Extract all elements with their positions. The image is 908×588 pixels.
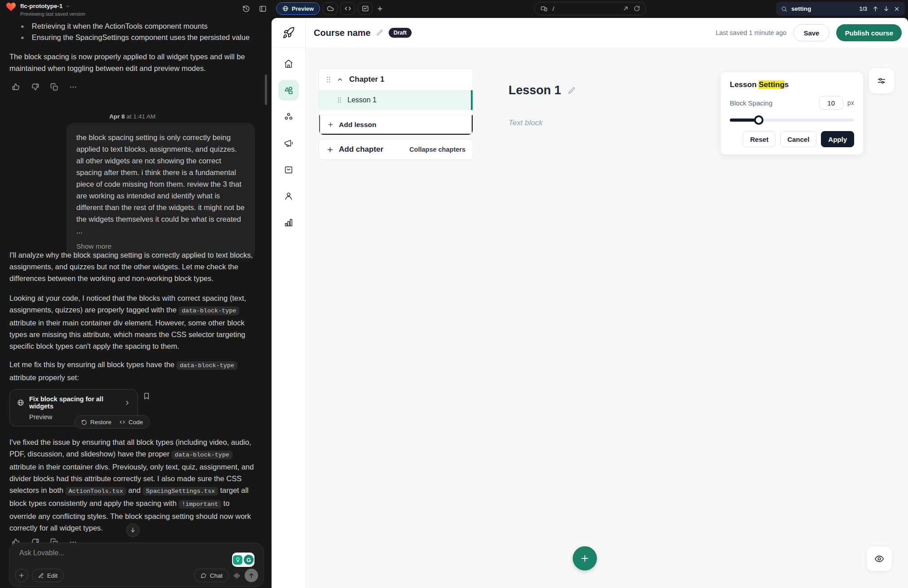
apply-button[interactable]: Apply: [821, 131, 854, 147]
voice-input-icon[interactable]: [233, 572, 241, 579]
sidebar-item-marketing[interactable]: [278, 133, 299, 154]
chapter-row[interactable]: Chapter 1: [319, 69, 473, 90]
code-chip: SpacingSettings.tsx: [143, 487, 218, 496]
cancel-button[interactable]: Cancel: [780, 131, 816, 147]
course-title: Course name: [314, 28, 371, 38]
edit-card-title: Fix block spacing for all widgets: [29, 395, 119, 410]
analytics-button[interactable]: [358, 2, 373, 15]
add-tab-icon[interactable]: [375, 2, 384, 15]
refresh-icon[interactable]: [634, 5, 640, 12]
url-bar[interactable]: /: [534, 2, 646, 15]
history-icon[interactable]: [242, 5, 250, 13]
chat-input-box[interactable]: Edit Chat G: [9, 543, 264, 587]
block-spacing-input[interactable]: [819, 96, 843, 110]
bullet-item: Ensuring the SpacingSettings component u…: [32, 32, 250, 43]
ask-lovable-input[interactable]: [19, 549, 190, 557]
preview-label: Preview: [292, 5, 314, 12]
reset-button[interactable]: Reset: [743, 131, 776, 147]
app-header: Course name Draft Last saved 1 minute ag…: [306, 18, 908, 48]
bookmark-icon[interactable]: [143, 392, 150, 400]
sidebar-item-profile[interactable]: [278, 186, 299, 206]
collapse-chapter-icon[interactable]: [337, 76, 343, 83]
code-view-button[interactable]: [340, 2, 355, 15]
lesson-list-item-selected[interactable]: Lesson 1: [319, 90, 473, 110]
cloud-button[interactable]: [323, 2, 338, 15]
restore-label: Restore: [90, 419, 111, 426]
next-match-icon[interactable]: [883, 5, 890, 12]
sidebar-item-community[interactable]: [278, 106, 299, 127]
previous-match-icon[interactable]: [872, 5, 879, 12]
attach-button[interactable]: [15, 569, 28, 582]
send-button[interactable]: [245, 569, 258, 582]
sidebar-item-analytics[interactable]: [278, 212, 299, 233]
chevron-right-icon: [124, 400, 130, 406]
edit-title-icon[interactable]: [376, 29, 383, 36]
drag-handle-icon[interactable]: [337, 97, 342, 103]
edit-mode-button[interactable]: Edit: [32, 569, 64, 582]
code-chip: !important: [179, 500, 221, 509]
search-highlight: Setting: [759, 80, 785, 89]
assistant-bullet-list: ●Retrieving it when the ActionTools comp…: [11, 21, 255, 43]
edit-label: Edit: [47, 572, 57, 579]
preview-button[interactable]: Preview: [276, 2, 320, 15]
add-chapter-bar: Add chapter Collapse chapters: [319, 139, 473, 160]
block-spacing-slider[interactable]: [730, 115, 854, 125]
chat-scrollbar[interactable]: [265, 75, 267, 105]
block-spacing-label: Block Spacing: [730, 99, 772, 107]
edit-pen-icon: [38, 573, 44, 579]
grammarly-g-icon: G: [244, 555, 254, 565]
add-lesson-button[interactable]: Add lesson: [319, 115, 473, 135]
bullet-icon: ●: [21, 21, 24, 32]
edit-lesson-icon[interactable]: [568, 87, 576, 95]
chapter-panel: Chapter 1 Lesson 1 Add lesson: [319, 68, 473, 135]
save-button[interactable]: Save: [793, 24, 829, 41]
project-brand[interactable]: flc-prototype-1 Previewing last saved ve…: [6, 3, 85, 18]
publish-course-button[interactable]: Publish course: [836, 24, 902, 41]
copy-icon[interactable]: [50, 83, 58, 91]
unit-label: px: [847, 99, 854, 106]
close-search-icon[interactable]: [894, 6, 900, 12]
code-chip: data-block-type: [179, 307, 240, 315]
assistant-paragraph: I'll analyze why the block spacing setti…: [9, 249, 256, 284]
scroll-to-bottom-button[interactable]: [126, 523, 140, 537]
add-lesson-label: Add lesson: [339, 121, 377, 129]
slider-thumb[interactable]: [754, 115, 763, 125]
sidebar-item-store[interactable]: [278, 159, 299, 180]
open-external-icon[interactable]: [623, 5, 629, 12]
user-message-text: the block spacing setting is only correc…: [76, 133, 245, 235]
text-block-placeholder[interactable]: Text block: [509, 118, 543, 127]
search-query[interactable]: setting: [791, 5, 855, 12]
collapse-chapters-button[interactable]: Collapse chapters: [409, 146, 465, 153]
screen: flc-prototype-1 Previewing last saved ve…: [0, 0, 908, 588]
search-icon: [781, 6, 787, 12]
chat-mode-button[interactable]: Chat: [194, 569, 229, 582]
sidebar-item-courses[interactable]: [278, 80, 299, 101]
thumbs-up-icon[interactable]: [12, 83, 20, 91]
user-message-bubble: the block spacing setting is only correc…: [66, 123, 255, 259]
find-bar[interactable]: setting 1/3: [776, 2, 905, 16]
app-preview-frame: Course name Draft Last saved 1 minute ag…: [272, 18, 908, 588]
preview-eye-button[interactable]: [867, 547, 892, 571]
version-toolbar: Restore Code: [75, 415, 150, 429]
more-options-icon[interactable]: [69, 83, 77, 91]
restore-button[interactable]: Restore: [81, 419, 111, 426]
timestamp-date: Apr 8: [110, 113, 125, 120]
grammarly-widget[interactable]: G: [232, 553, 254, 567]
settings-toggle-button[interactable]: [869, 68, 894, 93]
devices-icon: [540, 5, 548, 12]
code-button[interactable]: Code: [119, 419, 143, 426]
chapter-title: Chapter 1: [349, 75, 384, 84]
drag-handle-icon[interactable]: [326, 76, 331, 83]
sidebar-item-home[interactable]: [278, 53, 299, 74]
assistant-paragraph: Let me fix this by ensuring all block ty…: [9, 359, 256, 383]
panel-layout-icon[interactable]: [259, 5, 267, 13]
search-match-count: 1/3: [860, 6, 867, 12]
chat-bubble-icon: [200, 572, 206, 579]
project-status: Previewing last saved version: [20, 11, 85, 17]
app-sidebar-rail: [272, 18, 306, 588]
thumbs-down-icon[interactable]: [31, 83, 39, 91]
add-block-fab[interactable]: [573, 546, 597, 570]
timestamp-time: at 1:41 AM: [127, 113, 156, 120]
add-chapter-button[interactable]: Add chapter: [326, 145, 383, 154]
rocket-logo-icon: [272, 18, 305, 48]
